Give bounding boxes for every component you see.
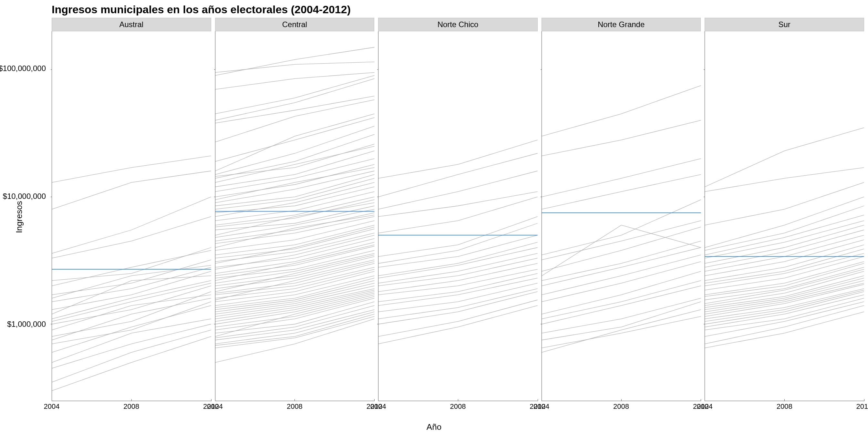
series-line [52,266,211,299]
series-line [705,206,864,251]
series-line [215,215,375,248]
series-line [215,213,375,241]
series-line [215,239,375,268]
facet-row: Austral200420082012Central200420082012No… [52,18,864,411]
series-line [542,255,701,295]
facet-strip-label: Sur [705,18,864,31]
x-tick-label: 2008 [450,402,466,411]
series-line [52,295,211,330]
facet-plot-area [378,31,538,401]
series-line [215,96,375,123]
series-line [52,330,211,382]
series-line [542,120,701,156]
series-line [215,167,375,200]
series-line [705,268,864,300]
chart-container: Ingresos municipales en los años elector… [0,0,868,434]
y-tick-label: $1,000,000 [7,320,46,329]
series-line [542,316,701,348]
x-tick-label: 2004 [697,402,713,411]
x-tick-label: 2008 [613,402,629,411]
series-line [705,278,864,310]
series-line [542,261,701,302]
series-line [52,281,211,319]
series-line [215,72,375,89]
series-line [378,291,538,324]
x-tick-label: 2004 [44,402,60,411]
series-line [215,250,375,278]
series-line [215,255,375,291]
series-line [378,242,538,276]
y-axis-ticks: $1,000,000$10,000,000$100,000,000 [0,0,49,434]
series-line [52,171,211,209]
facet-panel: Sur200420082012 [705,18,864,411]
series-line [542,286,701,324]
x-tick-row: 200420082012 [52,401,211,411]
series-line [705,306,864,344]
x-tick-row: 200420082012 [705,401,864,411]
series-line [52,298,211,340]
series-line [215,260,375,289]
facet-strip-label: Norte Grande [541,18,701,31]
series-line [215,242,375,274]
series-line [705,167,864,192]
facet-panel: Norte Grande200420082012 [541,18,701,411]
series-line [378,306,538,344]
series-line [705,290,864,321]
series-line [378,269,538,295]
series-line [215,175,375,206]
series-line [52,283,211,321]
x-tick-label: 2004 [207,402,223,411]
series-line [215,144,375,176]
series-line [215,79,375,120]
series-line [215,191,375,221]
series-line [215,278,375,307]
chart-title: Ingresos municipales en los años elector… [52,3,351,16]
x-tick-label: 2008 [123,402,139,411]
y-tick-label: $100,000,000 [0,64,46,73]
series-line [542,310,701,352]
facet-strip-label: Austral [52,18,211,31]
series-line [215,281,375,310]
series-line [378,248,538,278]
series-line [705,128,864,187]
series-line [542,86,701,136]
series-line [52,319,211,362]
series-line [215,276,375,306]
series-line [215,118,375,161]
series-line [705,221,864,258]
series-line [378,289,538,319]
series-line [705,302,864,337]
facet-plot-area [541,31,701,401]
x-tick-label: 2008 [777,402,793,411]
facet-strip-label: Norte Chico [378,18,538,31]
facet-plot-area [52,31,211,401]
series-line [52,156,211,182]
series-line [705,312,864,348]
series-line [215,126,375,175]
facet-panel: Austral200420082012 [52,18,211,411]
series-line [542,199,701,255]
series-line [705,253,864,286]
facet-plot-area [705,31,864,401]
series-line [52,197,211,253]
series-line [378,235,538,267]
series-line [705,225,864,264]
series-line [705,182,864,225]
series-line [215,171,375,203]
series-line [378,197,538,233]
series-line [215,75,375,114]
series-line [542,221,701,259]
series-line [378,264,538,291]
series-line [215,164,375,197]
x-tick-label: 2004 [533,402,549,411]
series-line [215,199,375,227]
series-line [215,316,375,348]
y-tick-label: $10,000,000 [3,192,46,201]
series-line [542,248,701,286]
series-line [215,302,375,333]
series-line [542,302,701,340]
series-line [215,100,375,142]
series-line [378,153,538,197]
series-line [542,175,701,209]
x-axis-label: Año [427,422,441,432]
